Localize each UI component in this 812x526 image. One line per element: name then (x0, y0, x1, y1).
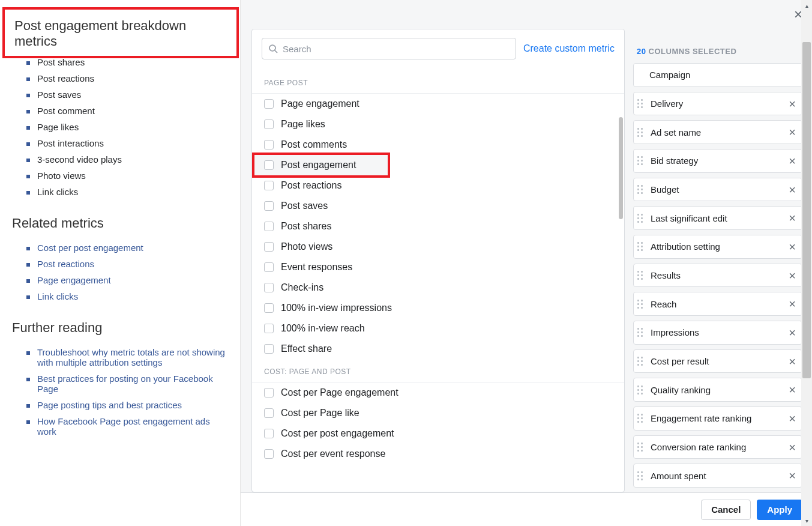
drag-handle-icon[interactable] (637, 155, 646, 167)
drag-handle-icon[interactable] (637, 126, 646, 138)
checkbox[interactable] (264, 449, 274, 459)
metric-item[interactable]: Post engagement (252, 153, 390, 178)
drag-handle-icon[interactable] (637, 413, 646, 425)
remove-column-icon[interactable]: × (787, 384, 797, 396)
metric-item[interactable]: Cost per Page engagement (252, 382, 624, 403)
search-box[interactable] (262, 38, 516, 59)
drag-handle-icon[interactable] (637, 355, 646, 367)
remove-column-icon[interactable]: × (787, 212, 797, 224)
selected-column[interactable]: Amount spent× (633, 464, 802, 488)
drag-handle-icon[interactable] (637, 327, 646, 339)
remove-column-icon[interactable]: × (787, 441, 797, 453)
remove-column-icon[interactable]: × (787, 470, 797, 482)
cancel-button[interactable]: Cancel (701, 500, 751, 520)
drag-handle-icon[interactable] (637, 184, 646, 196)
page-scrollbar[interactable]: ▴ ▾ (801, 0, 812, 526)
doc-title-highlight: Post engagement breakdown metrics (2, 7, 239, 58)
checkbox[interactable] (264, 262, 274, 272)
related-metric-link[interactable]: Link clicks (37, 291, 78, 301)
selected-column[interactable]: Budget× (633, 178, 802, 202)
metric-item[interactable]: Check-ins (252, 277, 624, 298)
selected-column[interactable]: Attribution setting× (633, 235, 802, 259)
selected-column[interactable]: Quality ranking× (633, 378, 802, 402)
remove-column-icon[interactable]: × (787, 184, 797, 196)
search-input[interactable] (283, 44, 510, 54)
selected-column[interactable]: Cost per result× (633, 349, 802, 373)
metric-item[interactable]: Post shares (252, 216, 624, 237)
metric-item[interactable]: Post comments (252, 135, 624, 155)
selected-column[interactable]: Delivery× (633, 92, 802, 116)
checkbox[interactable] (264, 160, 274, 170)
drag-handle-icon[interactable] (637, 384, 646, 396)
remove-column-icon[interactable]: × (787, 126, 797, 138)
checkbox[interactable] (264, 119, 274, 129)
checkbox[interactable] (264, 324, 274, 333)
metrics-scroll[interactable]: PAGE POSTPage engagementPage likesPost c… (252, 63, 624, 492)
further-reading-link[interactable]: How Facebook Page post engagement ads wo… (37, 416, 210, 437)
selected-column[interactable]: Conversion rate ranking× (633, 435, 802, 459)
remove-column-icon[interactable]: × (787, 98, 797, 110)
checkbox[interactable] (264, 242, 274, 252)
selected-column[interactable]: Engagement rate ranking× (633, 407, 802, 431)
selected-column[interactable]: Reach× (633, 292, 802, 316)
selected-column-label: Amount spent (651, 471, 787, 481)
further-reading-link[interactable]: Page posting tips and best practices (37, 400, 182, 410)
page-scrollbar-thumb[interactable] (802, 42, 811, 378)
selected-column-label: Delivery (651, 98, 787, 109)
apply-button[interactable]: Apply (757, 500, 802, 520)
selected-column[interactable]: Bid strategy× (633, 149, 802, 173)
drag-handle-icon[interactable] (637, 212, 646, 224)
selected-column[interactable]: Impressions× (633, 321, 802, 345)
further-reading-link[interactable]: Troubleshoot why metric totals are not s… (37, 347, 225, 367)
metric-item[interactable]: Cost per Page like (252, 403, 624, 423)
selected-column[interactable]: Ad set name× (633, 120, 802, 144)
metric-item[interactable]: 100% in-view reach (252, 318, 624, 339)
drag-handle-icon[interactable] (637, 298, 646, 310)
remove-column-icon[interactable]: × (787, 413, 797, 425)
selected-column-label: Last significant edit (651, 213, 787, 223)
checkbox[interactable] (264, 140, 274, 150)
checkbox[interactable] (264, 222, 274, 231)
metric-item[interactable]: Event responses (252, 257, 624, 277)
drag-handle-icon[interactable] (637, 270, 646, 282)
remove-column-icon[interactable]: × (787, 241, 797, 253)
checkbox[interactable] (264, 303, 274, 313)
metric-item[interactable]: Post reactions (252, 175, 624, 196)
metric-item[interactable]: Cost per event response (252, 444, 624, 464)
drag-handle-icon[interactable] (637, 441, 646, 453)
checkbox[interactable] (264, 283, 274, 292)
remove-column-icon[interactable]: × (787, 355, 797, 367)
further-reading-link[interactable]: Best practices for posting on your Faceb… (37, 373, 213, 394)
metric-item[interactable]: Page likes (252, 114, 624, 135)
checkbox[interactable] (264, 429, 274, 438)
selected-column[interactable]: Last significant edit× (633, 206, 802, 230)
remove-column-icon[interactable]: × (787, 270, 797, 282)
drag-handle-icon[interactable] (637, 98, 646, 110)
checkbox[interactable] (264, 201, 274, 211)
related-metric-link[interactable]: Post reactions (37, 259, 94, 269)
checkbox[interactable] (264, 181, 274, 190)
drag-handle-icon[interactable] (637, 470, 646, 482)
create-custom-metric-link[interactable]: Create custom metric (523, 43, 615, 54)
metric-item[interactable]: Page engagement (252, 94, 624, 114)
checkbox[interactable] (264, 99, 274, 109)
metric-item[interactable]: Effect share (252, 339, 624, 359)
checkbox[interactable] (264, 388, 274, 398)
selected-columns-list: CampaignDelivery×Ad set name×Bid strateg… (632, 63, 804, 492)
metric-item[interactable]: Photo views (252, 237, 624, 257)
scroll-down-arrow[interactable]: ▾ (801, 515, 812, 526)
scroll-up-arrow[interactable]: ▴ (801, 0, 812, 11)
metric-item[interactable]: Cost per post engagement (252, 423, 624, 444)
checkbox[interactable] (264, 408, 274, 418)
remove-column-icon[interactable]: × (787, 298, 797, 310)
related-metric-link[interactable]: Cost per post engagement (37, 243, 143, 253)
remove-column-icon[interactable]: × (787, 155, 797, 167)
metric-item[interactable]: 100% in-view impressions (252, 298, 624, 318)
drag-handle-icon[interactable] (637, 241, 646, 253)
related-metric-link[interactable]: Page engagement (37, 275, 111, 285)
selected-column[interactable]: Results× (633, 264, 802, 288)
metric-item[interactable]: Post saves (252, 196, 624, 216)
checkbox[interactable] (264, 344, 274, 354)
scrollbar-thumb[interactable] (619, 117, 623, 219)
remove-column-icon[interactable]: × (787, 327, 797, 339)
